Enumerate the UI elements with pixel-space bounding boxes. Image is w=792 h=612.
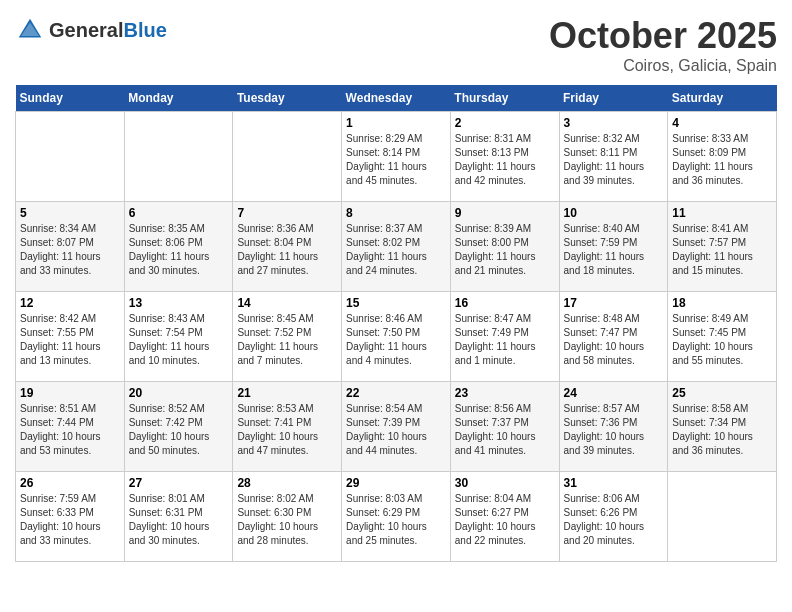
day-number: 3 [564,116,664,130]
calendar-cell [233,112,342,202]
calendar-cell: 6Sunrise: 8:35 AM Sunset: 8:06 PM Daylig… [124,202,233,292]
day-of-week-header: Friday [559,85,668,112]
calendar-cell: 2Sunrise: 8:31 AM Sunset: 8:13 PM Daylig… [450,112,559,202]
day-number: 18 [672,296,772,310]
calendar-cell [124,112,233,202]
day-number: 20 [129,386,229,400]
logo: GeneralBlue [15,15,167,45]
day-number: 8 [346,206,446,220]
calendar-cell: 4Sunrise: 8:33 AM Sunset: 8:09 PM Daylig… [668,112,777,202]
day-number: 14 [237,296,337,310]
day-info: Sunrise: 8:29 AM Sunset: 8:14 PM Dayligh… [346,132,446,188]
calendar-cell: 5Sunrise: 8:34 AM Sunset: 8:07 PM Daylig… [16,202,125,292]
day-info: Sunrise: 8:45 AM Sunset: 7:52 PM Dayligh… [237,312,337,368]
day-info: Sunrise: 8:39 AM Sunset: 8:00 PM Dayligh… [455,222,555,278]
logo-general-text: General [49,19,123,41]
day-info: Sunrise: 8:54 AM Sunset: 7:39 PM Dayligh… [346,402,446,458]
calendar-week-row: 19Sunrise: 8:51 AM Sunset: 7:44 PM Dayli… [16,382,777,472]
calendar-cell: 12Sunrise: 8:42 AM Sunset: 7:55 PM Dayli… [16,292,125,382]
calendar-cell: 1Sunrise: 8:29 AM Sunset: 8:14 PM Daylig… [342,112,451,202]
day-info: Sunrise: 7:59 AM Sunset: 6:33 PM Dayligh… [20,492,120,548]
calendar-cell: 24Sunrise: 8:57 AM Sunset: 7:36 PM Dayli… [559,382,668,472]
day-of-week-header: Thursday [450,85,559,112]
day-number: 16 [455,296,555,310]
day-of-week-header: Saturday [668,85,777,112]
day-info: Sunrise: 8:52 AM Sunset: 7:42 PM Dayligh… [129,402,229,458]
day-info: Sunrise: 8:31 AM Sunset: 8:13 PM Dayligh… [455,132,555,188]
day-number: 5 [20,206,120,220]
day-of-week-header: Wednesday [342,85,451,112]
day-number: 12 [20,296,120,310]
day-info: Sunrise: 8:35 AM Sunset: 8:06 PM Dayligh… [129,222,229,278]
day-number: 6 [129,206,229,220]
calendar-cell [16,112,125,202]
day-number: 1 [346,116,446,130]
day-info: Sunrise: 8:36 AM Sunset: 8:04 PM Dayligh… [237,222,337,278]
day-number: 17 [564,296,664,310]
calendar-cell: 31Sunrise: 8:06 AM Sunset: 6:26 PM Dayli… [559,472,668,562]
day-number: 22 [346,386,446,400]
day-info: Sunrise: 8:53 AM Sunset: 7:41 PM Dayligh… [237,402,337,458]
day-number: 2 [455,116,555,130]
page-header: GeneralBlue October 2025 Coiros, Galicia… [15,15,777,75]
calendar-cell: 9Sunrise: 8:39 AM Sunset: 8:00 PM Daylig… [450,202,559,292]
day-info: Sunrise: 8:58 AM Sunset: 7:34 PM Dayligh… [672,402,772,458]
calendar-cell: 22Sunrise: 8:54 AM Sunset: 7:39 PM Dayli… [342,382,451,472]
day-info: Sunrise: 8:33 AM Sunset: 8:09 PM Dayligh… [672,132,772,188]
calendar-cell: 3Sunrise: 8:32 AM Sunset: 8:11 PM Daylig… [559,112,668,202]
calendar-cell: 13Sunrise: 8:43 AM Sunset: 7:54 PM Dayli… [124,292,233,382]
day-info: Sunrise: 8:46 AM Sunset: 7:50 PM Dayligh… [346,312,446,368]
calendar-cell: 8Sunrise: 8:37 AM Sunset: 8:02 PM Daylig… [342,202,451,292]
logo-icon [15,15,45,45]
calendar-cell: 23Sunrise: 8:56 AM Sunset: 7:37 PM Dayli… [450,382,559,472]
day-info: Sunrise: 8:02 AM Sunset: 6:30 PM Dayligh… [237,492,337,548]
day-info: Sunrise: 8:32 AM Sunset: 8:11 PM Dayligh… [564,132,664,188]
calendar-cell: 29Sunrise: 8:03 AM Sunset: 6:29 PM Dayli… [342,472,451,562]
day-info: Sunrise: 8:51 AM Sunset: 7:44 PM Dayligh… [20,402,120,458]
day-info: Sunrise: 8:43 AM Sunset: 7:54 PM Dayligh… [129,312,229,368]
calendar-cell: 26Sunrise: 7:59 AM Sunset: 6:33 PM Dayli… [16,472,125,562]
calendar-cell: 7Sunrise: 8:36 AM Sunset: 8:04 PM Daylig… [233,202,342,292]
day-info: Sunrise: 8:42 AM Sunset: 7:55 PM Dayligh… [20,312,120,368]
day-header-row: SundayMondayTuesdayWednesdayThursdayFrid… [16,85,777,112]
calendar-cell: 15Sunrise: 8:46 AM Sunset: 7:50 PM Dayli… [342,292,451,382]
day-info: Sunrise: 8:41 AM Sunset: 7:57 PM Dayligh… [672,222,772,278]
day-of-week-header: Monday [124,85,233,112]
calendar-week-row: 5Sunrise: 8:34 AM Sunset: 8:07 PM Daylig… [16,202,777,292]
calendar-week-row: 1Sunrise: 8:29 AM Sunset: 8:14 PM Daylig… [16,112,777,202]
day-number: 7 [237,206,337,220]
calendar-cell: 20Sunrise: 8:52 AM Sunset: 7:42 PM Dayli… [124,382,233,472]
calendar-cell: 14Sunrise: 8:45 AM Sunset: 7:52 PM Dayli… [233,292,342,382]
day-info: Sunrise: 8:40 AM Sunset: 7:59 PM Dayligh… [564,222,664,278]
calendar-cell: 16Sunrise: 8:47 AM Sunset: 7:49 PM Dayli… [450,292,559,382]
day-number: 21 [237,386,337,400]
calendar-cell: 25Sunrise: 8:58 AM Sunset: 7:34 PM Dayli… [668,382,777,472]
day-info: Sunrise: 8:57 AM Sunset: 7:36 PM Dayligh… [564,402,664,458]
day-info: Sunrise: 8:48 AM Sunset: 7:47 PM Dayligh… [564,312,664,368]
day-number: 13 [129,296,229,310]
calendar-cell: 27Sunrise: 8:01 AM Sunset: 6:31 PM Dayli… [124,472,233,562]
calendar-week-row: 12Sunrise: 8:42 AM Sunset: 7:55 PM Dayli… [16,292,777,382]
day-info: Sunrise: 8:04 AM Sunset: 6:27 PM Dayligh… [455,492,555,548]
day-number: 24 [564,386,664,400]
day-info: Sunrise: 8:56 AM Sunset: 7:37 PM Dayligh… [455,402,555,458]
day-number: 26 [20,476,120,490]
calendar-cell: 10Sunrise: 8:40 AM Sunset: 7:59 PM Dayli… [559,202,668,292]
calendar-cell [668,472,777,562]
day-info: Sunrise: 8:47 AM Sunset: 7:49 PM Dayligh… [455,312,555,368]
day-info: Sunrise: 8:03 AM Sunset: 6:29 PM Dayligh… [346,492,446,548]
day-info: Sunrise: 8:01 AM Sunset: 6:31 PM Dayligh… [129,492,229,548]
day-number: 10 [564,206,664,220]
calendar-cell: 19Sunrise: 8:51 AM Sunset: 7:44 PM Dayli… [16,382,125,472]
calendar-cell: 11Sunrise: 8:41 AM Sunset: 7:57 PM Dayli… [668,202,777,292]
calendar-week-row: 26Sunrise: 7:59 AM Sunset: 6:33 PM Dayli… [16,472,777,562]
calendar-cell: 30Sunrise: 8:04 AM Sunset: 6:27 PM Dayli… [450,472,559,562]
day-of-week-header: Tuesday [233,85,342,112]
day-number: 15 [346,296,446,310]
month-title: October 2025 [549,15,777,57]
day-number: 27 [129,476,229,490]
day-number: 29 [346,476,446,490]
day-of-week-header: Sunday [16,85,125,112]
day-number: 11 [672,206,772,220]
day-number: 9 [455,206,555,220]
